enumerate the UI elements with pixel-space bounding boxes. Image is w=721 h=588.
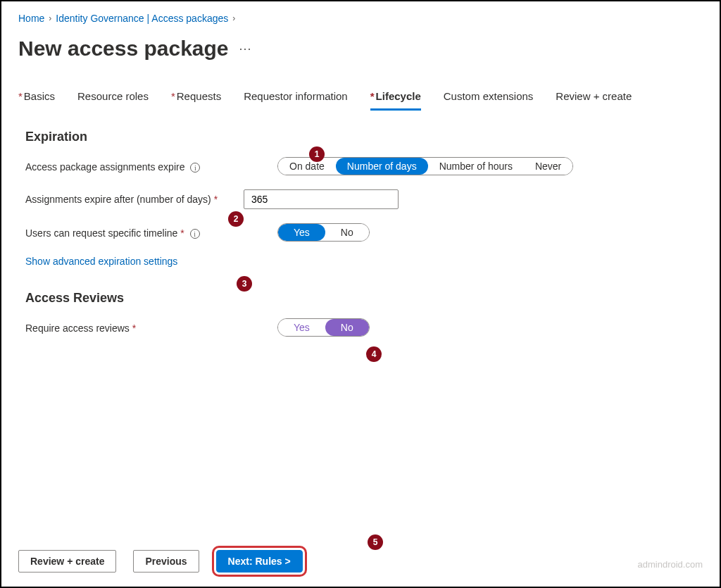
callout-badge-5: 5 xyxy=(368,534,383,550)
label-text: Access package assignments expire xyxy=(25,161,184,173)
callout-badge-4: 4 xyxy=(366,346,382,362)
tab-review-create[interactable]: Review + create xyxy=(556,90,632,109)
label-text: Assignments expire after (number of days… xyxy=(25,194,211,205)
expire-after-input[interactable] xyxy=(244,189,399,209)
footer-actions: Review + create Previous Next: Rules > xyxy=(18,550,703,573)
tab-bar: *Basics Resource roles *Requests Request… xyxy=(18,90,703,110)
option-yes[interactable]: Yes xyxy=(278,319,325,336)
option-on-date[interactable]: On date xyxy=(278,158,336,175)
tab-requests[interactable]: *Requests xyxy=(171,90,221,109)
tab-lifecycle[interactable]: *Lifecycle xyxy=(370,90,421,109)
info-icon[interactable]: i xyxy=(190,163,200,173)
breadcrumb: Home › Identity Governance | Access pack… xyxy=(18,13,703,24)
label-text: Users can request specific timeline xyxy=(25,227,177,239)
field-request-timeline: Users can request specific timeline * i … xyxy=(25,223,703,242)
tab-label: Custom extensions xyxy=(444,90,534,102)
next-rules-button[interactable]: Next: Rules > xyxy=(216,550,303,573)
watermark-text: admindroid.com xyxy=(638,559,703,570)
option-number-of-hours[interactable]: Number of hours xyxy=(428,158,524,175)
tab-custom-extensions[interactable]: Custom extensions xyxy=(444,90,534,109)
field-label: Require access reviews * xyxy=(25,318,244,334)
breadcrumb-home[interactable]: Home xyxy=(18,13,44,24)
more-menu-icon[interactable]: ⋯ xyxy=(239,41,253,56)
require-reviews-selector: Yes No xyxy=(277,318,370,337)
breadcrumb-identity-governance[interactable]: Identity Governance | Access packages xyxy=(56,13,228,24)
previous-button[interactable]: Previous xyxy=(133,550,199,573)
chevron-right-icon: › xyxy=(49,13,51,23)
tab-resource-roles[interactable]: Resource roles xyxy=(77,90,149,109)
show-advanced-expiration-link[interactable]: Show advanced expiration settings xyxy=(25,256,177,267)
tab-label: Lifecycle xyxy=(376,90,421,102)
field-assignments-expire: Access package assignments expire i On d… xyxy=(25,157,703,175)
timeline-selector: Yes No xyxy=(277,223,370,242)
tab-label: Requestor information xyxy=(244,90,348,102)
tab-requestor-info[interactable]: Requestor information xyxy=(244,90,348,109)
option-yes[interactable]: Yes xyxy=(278,224,325,241)
expire-type-selector: On date Number of days Number of hours N… xyxy=(277,157,573,175)
tab-basics[interactable]: *Basics xyxy=(18,90,55,109)
option-no[interactable]: No xyxy=(325,319,369,336)
section-title-expiration: Expiration xyxy=(25,130,703,144)
tab-label: Requests xyxy=(177,90,221,102)
field-expire-after: Assignments expire after (number of days… xyxy=(25,189,703,209)
chevron-right-icon: › xyxy=(232,13,235,23)
section-title-access-reviews: Access Reviews xyxy=(25,291,703,306)
field-label: Assignments expire after (number of days… xyxy=(25,189,244,205)
tab-label: Resource roles xyxy=(77,90,149,102)
field-label: Access package assignments expire i xyxy=(25,157,244,173)
field-require-reviews: Require access reviews * Yes No xyxy=(25,318,703,337)
tab-label: Review + create xyxy=(556,90,632,102)
option-never[interactable]: Never xyxy=(524,158,572,175)
page-title: New access package xyxy=(18,37,229,61)
review-create-button[interactable]: Review + create xyxy=(18,550,116,573)
option-no[interactable]: No xyxy=(325,224,369,241)
info-icon[interactable]: i xyxy=(190,229,200,239)
tab-label: Basics xyxy=(24,90,55,102)
page-header: New access package ⋯ xyxy=(18,37,703,61)
label-text: Require access reviews xyxy=(25,323,130,334)
option-number-of-days[interactable]: Number of days xyxy=(336,158,428,175)
field-label: Users can request specific timeline * i xyxy=(25,223,244,239)
